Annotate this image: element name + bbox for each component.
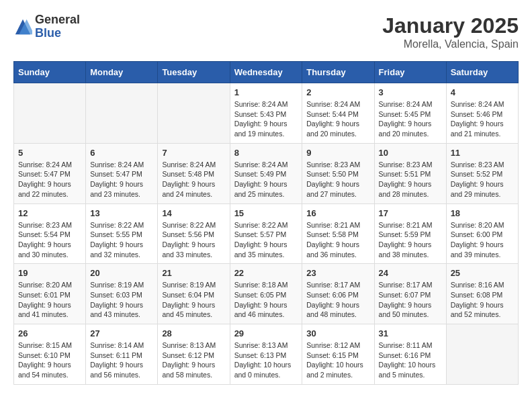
- calendar-cell: [446, 324, 518, 385]
- day-info: Sunrise: 8:24 AM Sunset: 5:47 PM Dayligh…: [90, 160, 153, 199]
- day-info: Sunrise: 8:19 AM Sunset: 6:03 PM Dayligh…: [90, 280, 153, 320]
- calendar-cell: 5Sunrise: 8:24 AM Sunset: 5:47 PM Daylig…: [14, 143, 86, 203]
- weekday-header-saturday: Saturday: [446, 62, 518, 83]
- day-number: 20: [90, 268, 153, 278]
- weekday-header-wednesday: Wednesday: [230, 62, 302, 83]
- calendar-cell: 23Sunrise: 8:17 AM Sunset: 6:06 PM Dayli…: [302, 264, 374, 324]
- logo: General Blue: [13, 13, 80, 40]
- day-info: Sunrise: 8:16 AM Sunset: 6:08 PM Dayligh…: [451, 280, 514, 320]
- calendar-cell: 2Sunrise: 8:24 AM Sunset: 5:44 PM Daylig…: [302, 83, 374, 144]
- calendar-cell: 9Sunrise: 8:23 AM Sunset: 5:50 PM Daylig…: [302, 143, 374, 203]
- day-info: Sunrise: 8:24 AM Sunset: 5:47 PM Dayligh…: [18, 160, 81, 199]
- calendar-cell: 29Sunrise: 8:13 AM Sunset: 6:13 PM Dayli…: [230, 324, 302, 385]
- weekday-header-row: SundayMondayTuesdayWednesdayThursdayFrid…: [14, 62, 519, 83]
- day-number: 12: [18, 208, 81, 218]
- calendar-cell: 27Sunrise: 8:14 AM Sunset: 6:11 PM Dayli…: [86, 324, 158, 385]
- day-number: 31: [379, 328, 442, 338]
- day-info: Sunrise: 8:23 AM Sunset: 5:54 PM Dayligh…: [18, 220, 81, 260]
- calendar-cell: [158, 83, 230, 144]
- day-number: 8: [234, 148, 298, 158]
- day-number: 6: [90, 148, 153, 158]
- day-number: 17: [379, 208, 442, 218]
- calendar-table: SundayMondayTuesdayWednesdayThursdayFrid…: [13, 61, 519, 385]
- day-info: Sunrise: 8:11 AM Sunset: 6:16 PM Dayligh…: [379, 340, 442, 380]
- day-number: 3: [379, 87, 442, 97]
- calendar-cell: 10Sunrise: 8:23 AM Sunset: 5:51 PM Dayli…: [374, 143, 446, 203]
- weekday-header-sunday: Sunday: [14, 62, 86, 83]
- day-number: 24: [379, 268, 442, 278]
- day-number: 19: [18, 268, 81, 278]
- calendar-cell: 7Sunrise: 8:24 AM Sunset: 5:48 PM Daylig…: [158, 143, 230, 203]
- day-info: Sunrise: 8:17 AM Sunset: 6:07 PM Dayligh…: [379, 280, 442, 320]
- day-info: Sunrise: 8:15 AM Sunset: 6:10 PM Dayligh…: [18, 340, 81, 380]
- day-number: 9: [306, 148, 369, 158]
- day-info: Sunrise: 8:18 AM Sunset: 6:05 PM Dayligh…: [234, 280, 298, 320]
- day-info: Sunrise: 8:21 AM Sunset: 5:59 PM Dayligh…: [379, 220, 442, 260]
- calendar-cell: 16Sunrise: 8:21 AM Sunset: 5:58 PM Dayli…: [302, 203, 374, 264]
- week-row-4: 19Sunrise: 8:20 AM Sunset: 6:01 PM Dayli…: [14, 264, 519, 324]
- calendar-cell: 17Sunrise: 8:21 AM Sunset: 5:59 PM Dayli…: [374, 203, 446, 264]
- calendar-cell: 21Sunrise: 8:19 AM Sunset: 6:04 PM Dayli…: [158, 264, 230, 324]
- calendar-cell: 14Sunrise: 8:22 AM Sunset: 5:56 PM Dayli…: [158, 203, 230, 264]
- day-number: 13: [90, 208, 153, 218]
- day-info: Sunrise: 8:19 AM Sunset: 6:04 PM Dayligh…: [162, 280, 225, 320]
- calendar-cell: 31Sunrise: 8:11 AM Sunset: 6:16 PM Dayli…: [374, 324, 446, 385]
- calendar-cell: 1Sunrise: 8:24 AM Sunset: 5:43 PM Daylig…: [230, 83, 302, 144]
- day-number: 21: [162, 268, 225, 278]
- week-row-3: 12Sunrise: 8:23 AM Sunset: 5:54 PM Dayli…: [14, 203, 519, 264]
- logo-icon: [13, 17, 32, 36]
- day-info: Sunrise: 8:13 AM Sunset: 6:12 PM Dayligh…: [162, 340, 225, 380]
- weekday-header-friday: Friday: [374, 62, 446, 83]
- day-info: Sunrise: 8:22 AM Sunset: 5:57 PM Dayligh…: [234, 220, 298, 260]
- day-info: Sunrise: 8:24 AM Sunset: 5:43 PM Dayligh…: [234, 99, 298, 139]
- week-row-5: 26Sunrise: 8:15 AM Sunset: 6:10 PM Dayli…: [14, 324, 519, 385]
- day-number: 26: [18, 328, 81, 338]
- day-number: 16: [306, 208, 369, 218]
- title-block: January 2025 Morella, Valencia, Spain: [382, 13, 519, 50]
- day-number: 22: [234, 268, 298, 278]
- location: Morella, Valencia, Spain: [382, 38, 519, 50]
- day-number: 4: [451, 87, 514, 97]
- weekday-header-monday: Monday: [86, 62, 158, 83]
- logo-general-text: General: [35, 13, 80, 27]
- day-info: Sunrise: 8:23 AM Sunset: 5:50 PM Dayligh…: [306, 160, 369, 199]
- day-number: 5: [18, 148, 81, 158]
- calendar-cell: 11Sunrise: 8:23 AM Sunset: 5:52 PM Dayli…: [446, 143, 518, 203]
- calendar-cell: 19Sunrise: 8:20 AM Sunset: 6:01 PM Dayli…: [14, 264, 86, 324]
- week-row-2: 5Sunrise: 8:24 AM Sunset: 5:47 PM Daylig…: [14, 143, 519, 203]
- calendar-cell: 28Sunrise: 8:13 AM Sunset: 6:12 PM Dayli…: [158, 324, 230, 385]
- weekday-header-thursday: Thursday: [302, 62, 374, 83]
- day-number: 11: [451, 148, 514, 158]
- logo-blue-text: Blue: [35, 27, 80, 40]
- weekday-header-tuesday: Tuesday: [158, 62, 230, 83]
- calendar-cell: 13Sunrise: 8:22 AM Sunset: 5:55 PM Dayli…: [86, 203, 158, 264]
- day-info: Sunrise: 8:21 AM Sunset: 5:58 PM Dayligh…: [306, 220, 369, 260]
- day-info: Sunrise: 8:24 AM Sunset: 5:44 PM Dayligh…: [306, 99, 369, 139]
- day-info: Sunrise: 8:12 AM Sunset: 6:15 PM Dayligh…: [306, 340, 369, 380]
- day-info: Sunrise: 8:20 AM Sunset: 6:01 PM Dayligh…: [18, 280, 81, 320]
- day-info: Sunrise: 8:20 AM Sunset: 6:00 PM Dayligh…: [451, 220, 514, 260]
- calendar-cell: 30Sunrise: 8:12 AM Sunset: 6:15 PM Dayli…: [302, 324, 374, 385]
- calendar-cell: 25Sunrise: 8:16 AM Sunset: 6:08 PM Dayli…: [446, 264, 518, 324]
- day-number: 28: [162, 328, 225, 338]
- calendar-cell: 8Sunrise: 8:24 AM Sunset: 5:49 PM Daylig…: [230, 143, 302, 203]
- day-info: Sunrise: 8:13 AM Sunset: 6:13 PM Dayligh…: [234, 340, 298, 380]
- calendar-cell: 18Sunrise: 8:20 AM Sunset: 6:00 PM Dayli…: [446, 203, 518, 264]
- day-number: 30: [306, 328, 369, 338]
- calendar-cell: 6Sunrise: 8:24 AM Sunset: 5:47 PM Daylig…: [86, 143, 158, 203]
- day-info: Sunrise: 8:23 AM Sunset: 5:52 PM Dayligh…: [451, 160, 514, 199]
- day-number: 7: [162, 148, 225, 158]
- day-info: Sunrise: 8:22 AM Sunset: 5:55 PM Dayligh…: [90, 220, 153, 260]
- calendar-cell: 12Sunrise: 8:23 AM Sunset: 5:54 PM Dayli…: [14, 203, 86, 264]
- day-info: Sunrise: 8:22 AM Sunset: 5:56 PM Dayligh…: [162, 220, 225, 260]
- day-number: 23: [306, 268, 369, 278]
- day-number: 1: [234, 87, 298, 97]
- day-info: Sunrise: 8:17 AM Sunset: 6:06 PM Dayligh…: [306, 280, 369, 320]
- day-info: Sunrise: 8:14 AM Sunset: 6:11 PM Dayligh…: [90, 340, 153, 380]
- calendar-cell: 3Sunrise: 8:24 AM Sunset: 5:45 PM Daylig…: [374, 83, 446, 144]
- page-header: General Blue January 2025 Morella, Valen…: [13, 13, 519, 50]
- day-number: 29: [234, 328, 298, 338]
- calendar-cell: 4Sunrise: 8:24 AM Sunset: 5:46 PM Daylig…: [446, 83, 518, 144]
- calendar-cell: 22Sunrise: 8:18 AM Sunset: 6:05 PM Dayli…: [230, 264, 302, 324]
- calendar-cell: 26Sunrise: 8:15 AM Sunset: 6:10 PM Dayli…: [14, 324, 86, 385]
